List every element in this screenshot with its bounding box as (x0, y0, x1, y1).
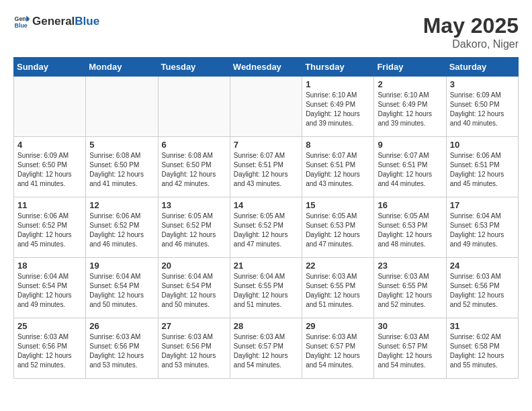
logo-icon: General Blue (13, 13, 30, 30)
day-info: Sunrise: 6:06 AM Sunset: 6:52 PM Dayligh… (17, 212, 82, 249)
day-number: 6 (162, 140, 226, 150)
day-info: Sunrise: 6:03 AM Sunset: 6:56 PM Dayligh… (89, 332, 154, 370)
day-number: 22 (306, 261, 370, 271)
week-row-5: 25Sunrise: 6:03 AM Sunset: 6:56 PM Dayli… (14, 318, 519, 379)
calendar-cell: 23Sunrise: 6:03 AM Sunset: 6:55 PM Dayli… (374, 258, 446, 318)
calendar-cell: 4Sunrise: 6:09 AM Sunset: 6:50 PM Daylig… (14, 137, 86, 197)
calendar-cell: 16Sunrise: 6:05 AM Sunset: 6:53 PM Dayli… (374, 197, 446, 258)
day-number: 7 (234, 140, 298, 150)
calendar-cell: 15Sunrise: 6:05 AM Sunset: 6:53 PM Dayli… (302, 197, 374, 258)
calendar-cell: 5Sunrise: 6:08 AM Sunset: 6:50 PM Daylig… (86, 137, 158, 197)
svg-text:Blue: Blue (15, 22, 28, 29)
day-number: 14 (234, 200, 298, 210)
calendar-cell: 13Sunrise: 6:05 AM Sunset: 6:52 PM Dayli… (158, 197, 230, 258)
day-info: Sunrise: 6:03 AM Sunset: 6:56 PM Dayligh… (450, 272, 515, 310)
day-info: Sunrise: 6:05 AM Sunset: 6:53 PM Dayligh… (378, 212, 442, 249)
day-number: 24 (450, 261, 515, 271)
calendar-table: SundayMondayTuesdayWednesdayThursdayFrid… (13, 57, 519, 379)
calendar-cell: 14Sunrise: 6:05 AM Sunset: 6:52 PM Dayli… (230, 197, 302, 258)
calendar-cell: 17Sunrise: 6:04 AM Sunset: 6:53 PM Dayli… (446, 197, 518, 258)
weekday-header-saturday: Saturday (446, 58, 518, 77)
calendar-cell: 18Sunrise: 6:04 AM Sunset: 6:54 PM Dayli… (14, 258, 86, 318)
calendar-cell: 20Sunrise: 6:04 AM Sunset: 6:54 PM Dayli… (158, 258, 230, 318)
day-info: Sunrise: 6:04 AM Sunset: 6:54 PM Dayligh… (162, 272, 226, 310)
day-number: 13 (162, 200, 226, 210)
day-number: 15 (306, 200, 370, 210)
calendar-cell: 31Sunrise: 6:02 AM Sunset: 6:58 PM Dayli… (446, 318, 518, 379)
day-number: 26 (89, 321, 154, 331)
day-info: Sunrise: 6:10 AM Sunset: 6:49 PM Dayligh… (306, 91, 370, 128)
day-number: 20 (162, 261, 226, 271)
week-row-4: 18Sunrise: 6:04 AM Sunset: 6:54 PM Dayli… (14, 258, 519, 318)
day-number: 9 (378, 140, 442, 150)
day-info: Sunrise: 6:03 AM Sunset: 6:55 PM Dayligh… (378, 272, 442, 310)
day-number: 2 (378, 79, 442, 89)
day-info: Sunrise: 6:07 AM Sunset: 6:51 PM Dayligh… (306, 151, 370, 189)
day-number: 19 (89, 261, 154, 271)
calendar-cell: 11Sunrise: 6:06 AM Sunset: 6:52 PM Dayli… (14, 197, 86, 258)
day-info: Sunrise: 6:06 AM Sunset: 6:52 PM Dayligh… (89, 212, 154, 249)
calendar-cell: 2Sunrise: 6:10 AM Sunset: 6:49 PM Daylig… (374, 77, 446, 137)
calendar-cell: 3Sunrise: 6:09 AM Sunset: 6:50 PM Daylig… (446, 77, 518, 137)
calendar-cell: 27Sunrise: 6:03 AM Sunset: 6:56 PM Dayli… (158, 318, 230, 379)
calendar-cell: 9Sunrise: 6:07 AM Sunset: 6:51 PM Daylig… (374, 137, 446, 197)
day-info: Sunrise: 6:05 AM Sunset: 6:52 PM Dayligh… (162, 212, 226, 249)
logo-general: General (32, 15, 75, 28)
calendar-cell: 29Sunrise: 6:03 AM Sunset: 6:57 PM Dayli… (302, 318, 374, 379)
weekday-header-row: SundayMondayTuesdayWednesdayThursdayFrid… (14, 58, 519, 77)
calendar-cell: 8Sunrise: 6:07 AM Sunset: 6:51 PM Daylig… (302, 137, 374, 197)
calendar-cell: 21Sunrise: 6:04 AM Sunset: 6:55 PM Dayli… (230, 258, 302, 318)
day-info: Sunrise: 6:03 AM Sunset: 6:57 PM Dayligh… (378, 332, 442, 370)
day-number: 29 (306, 321, 370, 331)
day-number: 31 (450, 321, 515, 331)
calendar-cell: 19Sunrise: 6:04 AM Sunset: 6:54 PM Dayli… (86, 258, 158, 318)
calendar-cell: 30Sunrise: 6:03 AM Sunset: 6:57 PM Dayli… (374, 318, 446, 379)
day-info: Sunrise: 6:04 AM Sunset: 6:55 PM Dayligh… (234, 272, 298, 310)
calendar-cell (86, 77, 158, 137)
day-number: 11 (17, 200, 82, 210)
day-number: 23 (378, 261, 442, 271)
day-info: Sunrise: 6:02 AM Sunset: 6:58 PM Dayligh… (450, 332, 515, 370)
calendar-location: Dakoro, Niger (423, 38, 519, 50)
weekday-header-wednesday: Wednesday (230, 58, 302, 77)
day-info: Sunrise: 6:09 AM Sunset: 6:50 PM Dayligh… (17, 151, 82, 189)
calendar-cell (14, 77, 86, 137)
day-info: Sunrise: 6:09 AM Sunset: 6:50 PM Dayligh… (450, 91, 515, 128)
calendar-title: May 2025 (423, 13, 519, 38)
day-info: Sunrise: 6:07 AM Sunset: 6:51 PM Dayligh… (378, 151, 442, 189)
day-number: 10 (450, 140, 515, 150)
day-info: Sunrise: 6:08 AM Sunset: 6:50 PM Dayligh… (162, 151, 226, 189)
calendar-cell: 22Sunrise: 6:03 AM Sunset: 6:55 PM Dayli… (302, 258, 374, 318)
day-number: 27 (162, 321, 226, 331)
day-number: 12 (89, 200, 154, 210)
calendar-cell: 25Sunrise: 6:03 AM Sunset: 6:56 PM Dayli… (14, 318, 86, 379)
day-number: 18 (17, 261, 82, 271)
day-info: Sunrise: 6:07 AM Sunset: 6:51 PM Dayligh… (234, 151, 298, 189)
day-number: 30 (378, 321, 442, 331)
calendar-cell: 12Sunrise: 6:06 AM Sunset: 6:52 PM Dayli… (86, 197, 158, 258)
day-info: Sunrise: 6:04 AM Sunset: 6:54 PM Dayligh… (17, 272, 82, 310)
week-row-3: 11Sunrise: 6:06 AM Sunset: 6:52 PM Dayli… (14, 197, 519, 258)
weekday-header-tuesday: Tuesday (158, 58, 230, 77)
calendar-cell: 28Sunrise: 6:03 AM Sunset: 6:57 PM Dayli… (230, 318, 302, 379)
calendar-cell: 26Sunrise: 6:03 AM Sunset: 6:56 PM Dayli… (86, 318, 158, 379)
weekday-header-monday: Monday (86, 58, 158, 77)
day-info: Sunrise: 6:05 AM Sunset: 6:52 PM Dayligh… (234, 212, 298, 249)
day-info: Sunrise: 6:03 AM Sunset: 6:56 PM Dayligh… (17, 332, 82, 370)
day-info: Sunrise: 6:04 AM Sunset: 6:54 PM Dayligh… (89, 272, 154, 310)
day-info: Sunrise: 6:03 AM Sunset: 6:57 PM Dayligh… (234, 332, 298, 370)
day-number: 5 (89, 140, 154, 150)
day-number: 16 (378, 200, 442, 210)
day-info: Sunrise: 6:03 AM Sunset: 6:57 PM Dayligh… (306, 332, 370, 370)
calendar-cell: 1Sunrise: 6:10 AM Sunset: 6:49 PM Daylig… (302, 77, 374, 137)
calendar-cell (158, 77, 230, 137)
weekday-header-friday: Friday (374, 58, 446, 77)
day-info: Sunrise: 6:03 AM Sunset: 6:55 PM Dayligh… (306, 272, 370, 310)
weekday-header-thursday: Thursday (302, 58, 374, 77)
calendar-cell: 10Sunrise: 6:06 AM Sunset: 6:51 PM Dayli… (446, 137, 518, 197)
page-header: General Blue General Blue May 2025 Dakor… (13, 13, 519, 50)
calendar-cell: 7Sunrise: 6:07 AM Sunset: 6:51 PM Daylig… (230, 137, 302, 197)
day-number: 25 (17, 321, 82, 331)
day-info: Sunrise: 6:10 AM Sunset: 6:49 PM Dayligh… (378, 91, 442, 128)
day-info: Sunrise: 6:05 AM Sunset: 6:53 PM Dayligh… (306, 212, 370, 249)
